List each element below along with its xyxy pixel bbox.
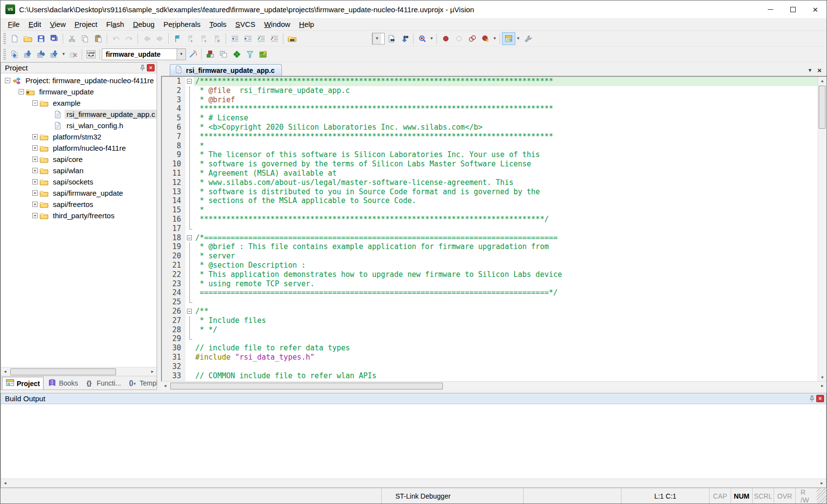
- scroll-right-icon[interactable]: ►: [148, 368, 157, 376]
- pin-icon[interactable]: [807, 395, 816, 403]
- download-load-icon[interactable]: LOAD: [84, 48, 97, 61]
- tree-item[interactable]: rsi_firmware_update_app.c: [1, 109, 157, 120]
- quick-find-icon[interactable]: [415, 32, 429, 45]
- rebuild-icon[interactable]: [34, 48, 47, 61]
- expand-icon[interactable]: +: [32, 168, 38, 173]
- editor-vscrollbar[interactable]: ▲ ▼: [818, 77, 827, 381]
- close-button[interactable]: ×: [804, 1, 827, 18]
- tree-item[interactable]: +sapi/core: [1, 154, 157, 165]
- insert-bookmark-icon[interactable]: [171, 32, 184, 45]
- manage-project-items-icon[interactable]: [217, 48, 230, 61]
- tree-item[interactable]: −example: [1, 97, 157, 109]
- debug-windows-icon-dropdown[interactable]: ▼: [515, 32, 521, 45]
- tree-item[interactable]: +sapi/firmware_update: [1, 187, 157, 199]
- toolbar-grip[interactable]: [3, 49, 6, 60]
- comment-icon[interactable]: [254, 32, 268, 45]
- menu-peripherals[interactable]: Peripherals: [159, 19, 205, 29]
- next-bookmark-icon[interactable]: [184, 32, 197, 45]
- pack-installer-icon[interactable]: [256, 48, 270, 61]
- tree-item[interactable]: −firmware_update: [1, 86, 157, 97]
- cut-icon[interactable]: [65, 32, 78, 45]
- menu-window[interactable]: Window: [260, 19, 295, 29]
- tab-list-dropdown-icon[interactable]: ▼: [807, 68, 812, 73]
- scroll-right-icon[interactable]: ►: [818, 382, 827, 390]
- tree-item[interactable]: +sapi/wlan: [1, 165, 157, 176]
- menu-debug[interactable]: Debug: [129, 19, 159, 29]
- tree-item[interactable]: +sapi/freertos: [1, 199, 157, 210]
- find-in-files-icon[interactable]: [285, 32, 299, 45]
- open-file-icon[interactable]: [21, 32, 34, 45]
- expand-icon[interactable]: +: [32, 202, 38, 207]
- dropdown-arrow-icon[interactable]: ▼: [177, 49, 185, 60]
- tree-item[interactable]: rsi_wlan_config.h: [1, 120, 157, 131]
- tree-item[interactable]: −Project: firmware_update-nucleo-f411re: [1, 75, 157, 86]
- editor-tab[interactable]: rsi_firmware_update_app.c: [170, 64, 282, 76]
- expand-icon[interactable]: +: [32, 190, 38, 196]
- menu-project[interactable]: Project: [70, 19, 102, 29]
- debug-windows-icon[interactable]: [502, 32, 515, 45]
- translate-icon[interactable]: [8, 48, 21, 61]
- scroll-left-icon[interactable]: ◄: [161, 382, 169, 390]
- close-tab-icon[interactable]: ×: [817, 67, 822, 74]
- undo-icon[interactable]: [109, 32, 122, 45]
- expand-icon[interactable]: +: [32, 157, 38, 162]
- panel-tab-functi[interactable]: {}Functi...: [82, 377, 124, 389]
- scroll-down-icon[interactable]: ▼: [818, 373, 827, 381]
- previous-bookmark-icon[interactable]: [197, 32, 210, 45]
- copy-icon[interactable]: [78, 32, 92, 45]
- tree-item[interactable]: +platform/stm32: [1, 131, 157, 142]
- menu-svcs[interactable]: SVCS: [231, 19, 260, 29]
- fold-collapse-icon[interactable]: −: [187, 309, 192, 314]
- panel-tab-project[interactable]: Project: [2, 377, 44, 389]
- enable-breakpoint-icon[interactable]: [452, 32, 465, 45]
- menu-view[interactable]: View: [46, 19, 70, 29]
- stop-build-icon[interactable]: [67, 48, 80, 61]
- file-extensions-icon[interactable]: [243, 48, 256, 61]
- code-editor[interactable]: 1−/*************************************…: [161, 76, 827, 381]
- clear-bookmarks-icon[interactable]: [210, 32, 224, 45]
- pin-icon[interactable]: [138, 64, 147, 72]
- new-file-icon[interactable]: [8, 32, 21, 45]
- configure-wrench-icon[interactable]: [521, 32, 534, 45]
- collapse-icon[interactable]: −: [19, 89, 24, 94]
- unindent-icon[interactable]: [228, 32, 241, 45]
- find-text-combo[interactable]: ▼: [372, 33, 385, 45]
- scroll-left-icon[interactable]: ◄: [1, 480, 9, 487]
- expand-icon[interactable]: +: [32, 145, 38, 151]
- navigate-back-icon[interactable]: [140, 32, 153, 45]
- build-output-close-icon[interactable]: ×: [816, 395, 824, 402]
- fold-collapse-icon[interactable]: −: [187, 79, 192, 84]
- expand-icon[interactable]: +: [32, 213, 38, 218]
- project-targets-icon[interactable]: [230, 48, 243, 61]
- build-output-hscrollbar[interactable]: ◄ ►: [1, 479, 826, 487]
- fold-collapse-icon[interactable]: −: [187, 235, 192, 240]
- menu-flash[interactable]: Flash: [102, 19, 129, 29]
- expand-icon[interactable]: +: [32, 134, 38, 139]
- project-panel-close-icon[interactable]: ×: [147, 64, 155, 71]
- batch-build-icon-dropdown[interactable]: ▼: [61, 48, 67, 61]
- menu-edit[interactable]: Edit: [24, 19, 46, 29]
- collapse-icon[interactable]: −: [5, 78, 10, 83]
- dropdown-arrow-icon[interactable]: ▼: [372, 33, 381, 44]
- insert-breakpoint-icon[interactable]: [439, 32, 452, 45]
- editor-hscrollbar[interactable]: ◄ ►: [161, 381, 827, 390]
- scroll-right-icon[interactable]: ►: [818, 480, 826, 487]
- scroll-left-icon[interactable]: ◄: [1, 368, 9, 376]
- options-for-target-icon[interactable]: [186, 48, 199, 61]
- vertical-splitter[interactable]: [157, 62, 161, 390]
- target-select[interactable]: firmware_update▼: [102, 48, 186, 60]
- find-in-files-document-icon[interactable]: [385, 32, 398, 45]
- kill-all-breakpoints-icon-dropdown[interactable]: ▼: [492, 32, 498, 45]
- panel-tab-books[interactable]: Books: [45, 377, 81, 389]
- maximize-button[interactable]: [781, 1, 804, 18]
- navigate-forward-icon[interactable]: [153, 32, 166, 45]
- project-tree-hscrollbar[interactable]: ◄ ►: [1, 367, 157, 376]
- build-output-content[interactable]: [1, 404, 826, 479]
- scroll-up-icon[interactable]: ▲: [818, 77, 827, 85]
- paste-icon[interactable]: [92, 32, 105, 45]
- build-icon[interactable]: [21, 48, 34, 61]
- save-all-icon[interactable]: [47, 32, 61, 45]
- menu-help[interactable]: Help: [295, 19, 319, 29]
- disable-all-breakpoints-icon[interactable]: [465, 32, 479, 45]
- tree-item[interactable]: +sapi/sockets: [1, 176, 157, 187]
